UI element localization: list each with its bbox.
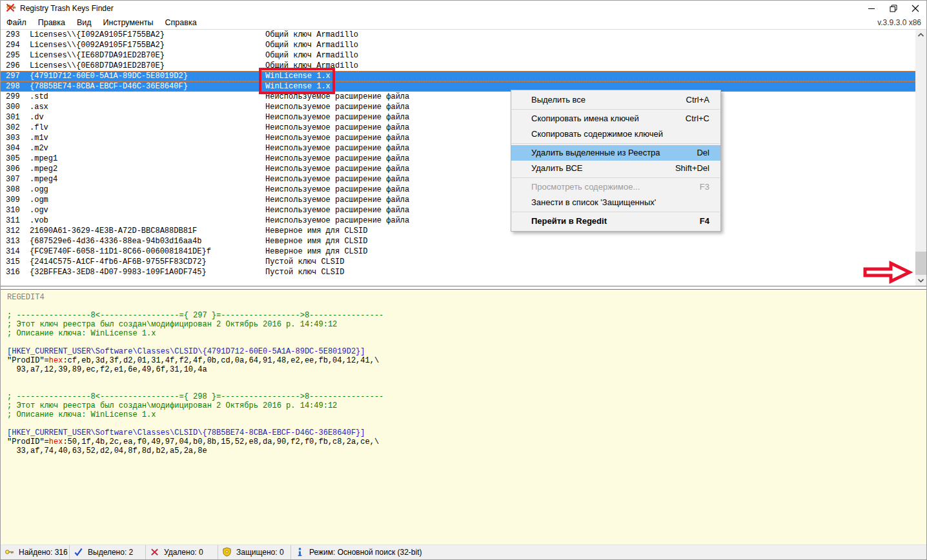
app-window: Registry Trash Keys Finder ФайлПравкаВид… — [0, 0, 927, 560]
table-row[interactable]: 297{4791D712-60E0-5A1A-89DC-5E8019D2}Win… — [1, 71, 926, 81]
row-index: 308 — [6, 185, 20, 195]
row-description: Неиспользуемое расширение файла — [265, 164, 409, 174]
table-row[interactable]: 309.ogmНеиспользуемое расширение файла — [1, 195, 926, 205]
memo-line: 93,a7,12,39,89,ec,f2,e1,6e,49,6f,31,10,4… — [7, 365, 926, 374]
table-row[interactable]: 307.mpeg4Неиспользуемое расширение файла — [1, 174, 926, 185]
row-index: 312 — [6, 226, 20, 236]
memo-line — [7, 338, 926, 347]
menu-item-label: Скопировать содержимое ключей — [531, 126, 698, 142]
table-row[interactable]: 299.stdНеиспользуемое расширение файла — [1, 92, 926, 102]
menu-item-label: Скопировать имена ключей — [531, 111, 674, 126]
table-row[interactable]: 304.m2vНеиспользуемое расширение файла — [1, 143, 926, 154]
context-menu-item[interactable]: Занести в список 'Защищенных' — [511, 195, 720, 210]
memo-text-segment: ; Описание ключа: WinLicense 1.x — [7, 410, 156, 419]
table-row[interactable]: 301.dvНеиспользуемое расширение файла — [1, 112, 926, 123]
table-row[interactable]: 306.mpeg2Неиспользуемое расширение файла — [1, 164, 926, 174]
status-segment: Выделено: 2 — [70, 545, 146, 559]
context-menu-item[interactable]: Скопировать содержимое ключей — [511, 126, 720, 142]
menubar-item-1[interactable]: Правка — [32, 18, 71, 27]
row-index: 315 — [6, 257, 20, 267]
row-index: 306 — [6, 164, 20, 174]
table-row[interactable]: 293Licenses\\{I092A9105F1755BA2}Общий кл… — [1, 30, 926, 40]
status-segment: Удалено: 0 — [146, 545, 218, 559]
row-index: 298 — [6, 82, 20, 91]
table-row[interactable]: 316{32BFFEA3-3ED8-4D07-9983-109F1A0DF745… — [1, 267, 926, 277]
table-row[interactable]: 31221690A61-3629-4E3B-A72D-BBC8A88DB81FН… — [1, 226, 926, 236]
menubar-item-4[interactable]: Справка — [159, 18, 203, 27]
row-key-name: .ogm — [30, 195, 48, 205]
menu-item-shortcut: Shift+Del — [675, 161, 709, 176]
memo-line — [7, 383, 926, 392]
row-description: Неиспользуемое расширение файла — [265, 195, 409, 205]
status-segment: Режим: Основной поиск (32-bit) — [291, 545, 926, 559]
memo-line: ; Описание ключа: WinLicense 1.x — [7, 329, 926, 338]
table-row[interactable]: 303.m1vНеиспользуемое расширение файла — [1, 133, 926, 143]
memo-text-segment: ; ----------------8<-----------------={ … — [7, 392, 383, 401]
version-label: v.3.9.3.0 x86 — [877, 18, 926, 27]
table-row[interactable]: 298{78B5BE74-8CBA-EBCF-D46C-36E8640F}Win… — [1, 81, 926, 92]
restore-button[interactable] — [882, 1, 904, 15]
row-description: Неиспользуемое расширение файла — [265, 185, 409, 195]
table-row[interactable]: 308.oggНеиспользуемое расширение файла — [1, 185, 926, 195]
table-row[interactable]: 300.asxНеиспользуемое расширение файла — [1, 102, 926, 112]
row-description: Общий ключ Armadillo — [265, 40, 358, 50]
table-row[interactable]: 314{FC9E740F-6058-11D1-8C66-0060081841DE… — [1, 246, 926, 257]
context-menu-item[interactable]: Выделить всеCtrl+A — [511, 92, 720, 108]
memo-line: ; Этот ключ реестра был создан\модифицир… — [7, 401, 926, 410]
row-index: 295 — [6, 50, 20, 61]
menubar-item-3[interactable]: Инструменты — [97, 18, 159, 27]
memo-text-segment: ; ----------------8<-----------------={ … — [7, 311, 383, 320]
context-menu-item[interactable]: Удалить ВСЕShift+Del — [511, 161, 720, 176]
title-bar: Registry Trash Keys Finder — [1, 1, 926, 15]
minimize-button[interactable] — [861, 1, 882, 15]
memo-text-segment: [HKEY_CURRENT_USER\Software\Classes\CLSI… — [7, 347, 365, 356]
menubar-item-0[interactable]: Файл — [1, 18, 32, 27]
check-icon — [74, 547, 84, 557]
table-row[interactable]: 302.flvНеиспользуемое расширение файла — [1, 123, 926, 133]
results-list: 293Licenses\\{I092A9105F1755BA2}Общий кл… — [1, 29, 926, 286]
table-row[interactable]: 296Licenses\\{0E68D7DA91ED2B70E}Общий кл… — [1, 61, 926, 71]
row-key-name: .flv — [30, 123, 48, 133]
vertical-scrollbar[interactable] — [915, 30, 926, 286]
menu-item-shortcut: Ctrl+A — [686, 92, 709, 108]
table-row[interactable]: 295Licenses\\{IE68D7DA91ED2B70E}Общий кл… — [1, 50, 926, 61]
row-description: Общий ключ Armadillo — [265, 50, 358, 61]
status-text: Режим: Основной поиск (32-bit) — [309, 548, 422, 557]
shield-icon — [222, 547, 232, 557]
table-row[interactable]: 310.ogvНеиспользуемое расширение файла — [1, 205, 926, 215]
row-description: Неиспользуемое расширение файла — [265, 143, 409, 154]
row-index: 296 — [6, 61, 20, 71]
row-key-name: 21690A61-3629-4E3B-A72D-BBC8A88DB81F — [30, 226, 197, 236]
context-menu-item[interactable]: Скопировать имена ключейCtrl+C — [511, 111, 720, 126]
memo-text-segment: REGEDIT4 — [7, 293, 45, 302]
memo-line: REGEDIT4 — [7, 293, 926, 302]
scroll-down-icon[interactable] — [915, 275, 926, 286]
close-button[interactable] — [904, 1, 926, 15]
window-controls — [861, 1, 926, 15]
row-key-name: {2414C575-A1CF-4fb6-AF6B-9755FF83CD72} — [30, 257, 207, 267]
row-description: Общий ключ Armadillo — [265, 30, 358, 40]
table-row[interactable]: 315{2414C575-A1CF-4fb6-AF6B-9755FF83CD72… — [1, 257, 926, 267]
status-text: Защищено: 0 — [236, 548, 284, 557]
scroll-up-icon[interactable] — [915, 30, 926, 41]
table-row[interactable]: 305.mpeg1Неиспользуемое расширение файла — [1, 154, 926, 164]
memo-line: ; ----------------8<-----------------={ … — [7, 392, 926, 401]
memo-line — [7, 419, 926, 428]
memo-text-segment: 33,af,74,40,63,52,d2,04,8f,8d,b2,a5,2a,8… — [7, 446, 207, 455]
row-description: Неиспользуемое расширение файла — [265, 174, 409, 185]
row-index: 304 — [6, 143, 20, 154]
table-row[interactable]: 313{687529e6-4d36-4336-88ea-94b03d16aa4b… — [1, 236, 926, 246]
context-menu-item[interactable]: Удалить выделенные из РеестраDel — [511, 145, 720, 161]
table-row[interactable]: 294Licenses\\{0092A9105F1755BA2}Общий кл… — [1, 40, 926, 50]
memo-text-segment: ; Этот ключ реестра был создан\модифицир… — [7, 401, 337, 410]
row-description: Неиспользуемое расширение файла — [265, 215, 409, 226]
table-row[interactable]: 311.vobНеиспользуемое расширение файла — [1, 215, 926, 226]
menubar-item-2[interactable]: Вид — [71, 18, 97, 27]
memo-area[interactable]: REGEDIT4 ; ----------------8<-----------… — [1, 289, 926, 546]
row-description: Пустой ключ CLSID — [265, 257, 344, 267]
context-menu-item[interactable]: Перейти в RegeditF4 — [511, 214, 720, 229]
row-description: Общий ключ Armadillo — [265, 61, 358, 71]
memo-line: [HKEY_CURRENT_USER\Software\Classes\CLSI… — [7, 428, 926, 437]
memo-line: 33,af,74,40,63,52,d2,04,8f,8d,b2,a5,2a,8… — [7, 446, 926, 455]
scrollbar-thumb[interactable] — [915, 252, 926, 276]
